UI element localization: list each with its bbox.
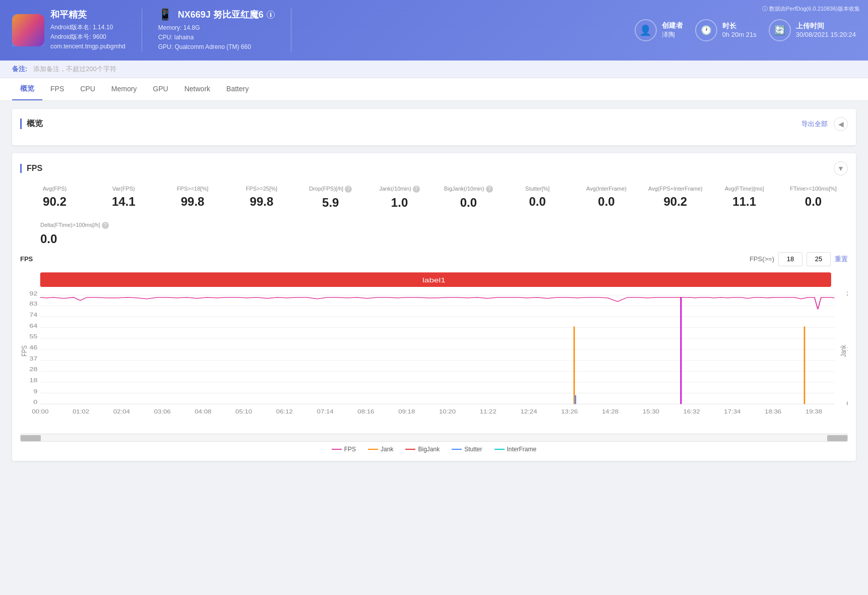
svg-text:74: 74 [29,311,37,318]
device-cpu: CPU: lahaina [158,33,275,42]
nav-item-memory[interactable]: Memory [103,79,145,100]
duration-label: 时长 [722,22,757,31]
export-all-button[interactable]: 导出全部 [801,120,828,129]
legend-bigjank-label: BigJank [418,446,440,453]
bigjank-help-icon[interactable]: ? [486,186,493,193]
legend-stutter-label: Stutter [464,446,482,453]
reset-button[interactable]: 重置 [835,255,848,264]
fps-title: FPS [20,164,42,173]
svg-text:09:18: 09:18 [398,408,415,414]
app-icon [12,14,44,46]
stat-avg-interframe: Avg(InterFrame) 0.0 [572,182,641,214]
svg-text:0: 0 [33,399,37,405]
package-name: com.tencent.tmgp.pubgmhd [50,42,126,51]
svg-text:83: 83 [29,301,37,307]
svg-text:00:00: 00:00 [32,408,49,414]
legend-jank-label: Jank [381,446,393,453]
fps-threshold-input-1[interactable] [778,252,802,266]
nav-item-fps[interactable]: FPS [42,79,72,100]
jank-help-icon[interactable]: ? [413,186,420,193]
fps-threshold-label: FPS(>=) [750,255,774,263]
nav-item-cpu[interactable]: CPU [72,79,103,100]
svg-text:10:20: 10:20 [439,408,456,414]
stat-jank: Jank(/10min) ? 1.0 [365,182,434,214]
legend-interframe-dot [494,449,505,450]
upload-stat: 🔄 上传时间 30/08/2021 15:20:24 [769,19,856,41]
notes-bar: 备注: 添加备注，不超过200个字符 [0,61,868,78]
chart-legend: FPS Jank BigJank Stutter InterFrame [20,446,848,453]
stat-stutter: Stutter[%] 0.0 [503,182,572,214]
delta-ftime-section: Delta(FTime)>100ms[/h] ? 0.0 [20,222,848,246]
svg-text:64: 64 [29,322,37,329]
chart-title: FPS [20,255,33,263]
legend-interframe-label: InterFrame [507,446,537,453]
overview-title: 概览 [20,118,43,129]
chart-header: FPS FPS(>=) 重置 [20,252,848,266]
overview-collapse-button[interactable]: ◀ [834,117,848,131]
creator-stat: 👤 创建者 泽陶 [635,19,683,41]
legend-fps: FPS [332,446,356,453]
drop-fps-help-icon[interactable]: ? [345,186,352,193]
stat-avg-ftime: Avg(FTime)[ms] 11.1 [710,182,779,214]
svg-text:16:32: 16:32 [684,408,700,414]
delta-ftime-help-icon[interactable]: ? [102,222,109,229]
nav-item-overview[interactable]: 概览 [12,78,42,100]
header-stats: 👤 创建者 泽陶 🕐 时长 0h 20m 21s 🔄 上传时间 30/08/20… [635,19,856,41]
svg-text:05:10: 05:10 [235,408,253,414]
legend-stutter-dot [452,449,462,450]
jank-axis-label: Jank [839,344,848,356]
main-content: 概览 导出全部 ◀ FPS ▼ Avg(FPS) 90.2 Var(FPS) 1… [0,101,868,477]
device-info-section: 📱 NX669J 努比亚红魔6 ℹ Memory: 14.8G CPU: lah… [158,8,291,52]
fps-line [40,297,835,309]
svg-text:06:12: 06:12 [276,408,293,414]
fps-collapse-button[interactable]: ▼ [834,161,848,175]
navigation: 概览 FPS CPU Memory GPU Network Battery [0,78,868,101]
chart-scrollbar[interactable] [20,434,848,442]
svg-text:28: 28 [29,366,37,373]
legend-interframe: InterFrame [494,446,537,453]
nav-item-network[interactable]: Network [176,79,218,100]
svg-text:2: 2 [846,290,848,296]
svg-text:55: 55 [29,333,37,340]
svg-text:17:34: 17:34 [724,408,741,414]
fps-chart: label1 92 83 74 64 55 46 37 28 18 9 0 2 … [20,270,848,432]
scrollbar-right-handle[interactable] [827,435,847,441]
legend-fps-label: FPS [344,446,356,453]
svg-text:07:14: 07:14 [317,408,334,414]
svg-text:37: 37 [29,355,37,362]
fps-chart-svg: label1 92 83 74 64 55 46 37 28 18 9 0 2 … [20,270,848,432]
stat-avg-fps: Avg(FPS) 90.2 [20,182,89,214]
upload-label: 上传时间 [796,22,856,31]
notes-label: 备注: [12,65,27,73]
info-icon-small: ⓘ [762,5,768,13]
android-version-name: Android版本名: 1.14.10 [50,23,126,32]
svg-text:13:26: 13:26 [561,408,578,414]
svg-text:14:28: 14:28 [602,408,619,414]
fps-threshold-input-2[interactable] [807,252,831,266]
stat-bigjank: BigJank(/10min) ? 0.0 [434,182,503,214]
upload-icon: 🔄 [769,19,791,41]
legend-jank-dot [368,449,378,450]
creator-value: 泽陶 [662,30,683,39]
stat-fps-25: FPS>=25[%] 99.8 [227,182,296,214]
stat-drop-fps: Drop(FPS)[/h] ? 5.9 [296,182,365,214]
svg-text:15:30: 15:30 [643,408,660,414]
duration-icon: 🕐 [695,19,717,41]
svg-text:04:08: 04:08 [195,408,212,414]
device-label: NX669J 努比亚红魔6 [178,9,264,21]
svg-text:0: 0 [846,400,848,407]
scrollbar-left-handle[interactable] [21,435,41,441]
stat-fps-18: FPS>=18[%] 99.8 [158,182,227,214]
fps-axis-label: FPS [20,345,29,356]
overview-section: 概览 导出全部 ◀ [12,109,856,145]
legend-fps-dot [332,449,342,450]
svg-text:08:16: 08:16 [357,408,375,414]
legend-jank: Jank [368,446,393,453]
duration-stat: 🕐 时长 0h 20m 21s [695,19,757,41]
nav-item-battery[interactable]: Battery [218,79,257,100]
creator-label: 创建者 [662,21,683,30]
creator-icon: 👤 [635,19,657,41]
device-info-icon[interactable]: ℹ [267,11,275,19]
nav-item-gpu[interactable]: GPU [145,79,176,100]
svg-text:11:22: 11:22 [480,408,497,414]
